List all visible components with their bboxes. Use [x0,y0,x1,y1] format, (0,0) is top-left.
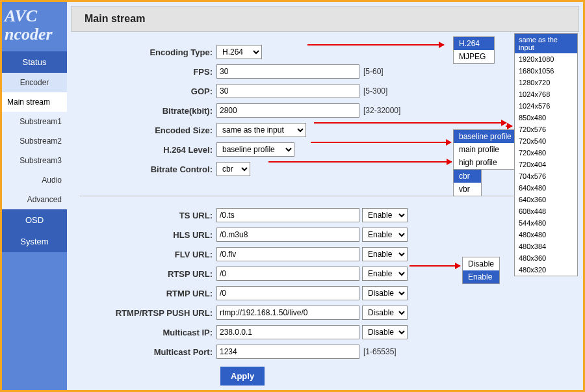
opt-resolution[interactable]: 640x360 [515,194,577,205]
arrow-brc [268,161,452,163]
arrow-size-tip [506,125,512,127]
label-h264-level: H.264 Level: [80,145,216,155]
opt-resolution[interactable]: 850x480 [515,112,577,124]
label-bitrate: Bitrate(kbit): [80,106,216,116]
flv-url-input[interactable] [216,247,359,261]
arrow-encoding [307,44,444,46]
nav-substream2[interactable]: Substream2 [2,131,67,151]
page-title: Main stream [71,6,579,32]
label-ts-url: TS URL: [80,211,216,220]
opt-high[interactable]: high profile [454,156,515,169]
label-multicast-port: Multicast Port: [80,347,216,357]
push-url-input[interactable] [216,306,359,320]
bitrate-control-select[interactable]: cbr [216,162,250,176]
push-enable-select[interactable]: Disable [362,306,408,320]
label-hls-url: HLS URL: [80,230,216,240]
opt-resolution[interactable]: 480x384 [515,241,577,252]
opt-resolution[interactable]: 1280x720 [515,77,577,88]
h264-level-select[interactable]: baseline profile [216,142,294,157]
ts-enable-select[interactable]: Enable [362,208,408,222]
multicast-port-input[interactable] [216,345,359,359]
opt-resolution[interactable]: 720x404 [515,159,577,170]
nav-encoder[interactable]: Encoder [2,73,67,92]
popup-resolution-list[interactable]: same as the input1920x10801680x10561280x… [514,33,578,276]
fps-input[interactable] [216,64,359,79]
arrow-enable [410,265,460,267]
label-gop: GOP: [80,86,216,96]
arrow-size [314,122,506,124]
label-rtmp-url: RTMP URL: [80,289,216,298]
hls-enable-select[interactable]: Enable [362,228,408,242]
popup-encoding-type[interactable]: H.264 MJPEG [453,36,495,64]
opt-enable[interactable]: Enable [463,270,499,283]
nav-mainstream[interactable]: Main stream [2,92,67,112]
label-rtsp-url: RTSP URL: [80,269,216,279]
opt-disable[interactable]: Disable [463,257,499,270]
nav-status[interactable]: Status [2,51,67,73]
label-multicast-ip: Multicast IP: [80,328,216,337]
opt-resolution[interactable]: 480x480 [515,229,577,241]
sidebar: AVC ncoder Status Encoder Main stream Su… [2,2,67,390]
encoding-type-select[interactable]: H.264 [216,45,262,59]
label-push-url: RTMP/RTSP PUSH URL: [80,308,216,318]
apply-button[interactable]: Apply [220,367,265,385]
opt-resolution[interactable]: 1680x1056 [515,65,577,77]
rtsp-enable-select[interactable]: Enable [362,267,408,281]
nav-substream3[interactable]: Substream3 [2,151,67,170]
nav-advanced[interactable]: Advanced [2,190,67,209]
nav-osd[interactable]: OSD [2,209,67,231]
opt-mjpeg[interactable]: MJPEG [454,50,494,63]
opt-baseline[interactable]: baseline profile [454,130,515,143]
hint-multicast-port: [1-65535] [363,347,396,356]
hint-bitrate: [32-32000] [363,106,400,115]
popup-h264-profile[interactable]: baseline profile main profile high profi… [453,129,515,170]
hint-fps: [5-60] [363,67,384,76]
multicast-enable-select[interactable]: Disable [362,325,408,339]
popup-bitrate-control[interactable]: cbr vbr [453,169,482,196]
brand-logo: AVC ncoder [2,2,67,51]
divider [80,196,570,196]
hint-gop: [5-300] [363,86,387,96]
opt-resolution[interactable]: 480x360 [515,252,577,264]
flv-enable-select[interactable]: Enable [362,247,408,261]
opt-resolution[interactable]: 720x576 [515,124,577,135]
opt-resolution[interactable]: 544x480 [515,217,577,229]
label-encoded-size: Encoded Size: [80,125,216,135]
label-flv-url: FLV URL: [80,250,216,259]
opt-resolution[interactable]: 480x320 [515,264,577,276]
rtmp-url-input[interactable] [216,286,359,300]
nav-system[interactable]: System [2,231,67,252]
opt-resolution[interactable]: 720x480 [515,147,577,159]
opt-resolution[interactable]: same as the input [515,34,577,53]
nav: Status Encoder Main stream Substream1 Su… [2,51,67,252]
label-fps: FPS: [80,67,216,77]
opt-resolution[interactable]: 1024x576 [515,100,577,112]
main-panel: Main stream Encoding Type: H.264 FPS: [5… [67,2,583,390]
opt-main[interactable]: main profile [454,143,515,156]
nav-audio[interactable]: Audio [2,170,67,190]
opt-resolution[interactable]: 704x576 [515,170,577,182]
rtmp-enable-select[interactable]: Disable [362,286,408,300]
arrow-profile [311,142,451,143]
encoded-size-select[interactable]: same as the input [216,123,306,137]
label-bitrate-control: Bitrate Control: [80,164,216,174]
hls-url-input[interactable] [216,228,359,242]
opt-resolution[interactable]: 1024x768 [515,88,577,100]
gop-input[interactable] [216,84,359,98]
opt-resolution[interactable]: 608x448 [515,205,577,217]
opt-resolution[interactable]: 640x480 [515,182,577,194]
bitrate-input[interactable] [216,103,359,118]
rtsp-url-input[interactable] [216,267,359,281]
opt-h264[interactable]: H.264 [454,37,494,50]
nav-substream1[interactable]: Substream1 [2,112,67,131]
popup-enable[interactable]: Disable Enable [462,257,500,284]
opt-cbr[interactable]: cbr [454,170,481,183]
multicast-ip-input[interactable] [216,325,359,339]
label-encoding-type: Encoding Type: [80,47,216,57]
opt-resolution[interactable]: 1920x1080 [515,53,577,65]
ts-url-input[interactable] [216,208,359,222]
opt-resolution[interactable]: 720x540 [515,135,577,147]
opt-vbr[interactable]: vbr [454,183,481,196]
